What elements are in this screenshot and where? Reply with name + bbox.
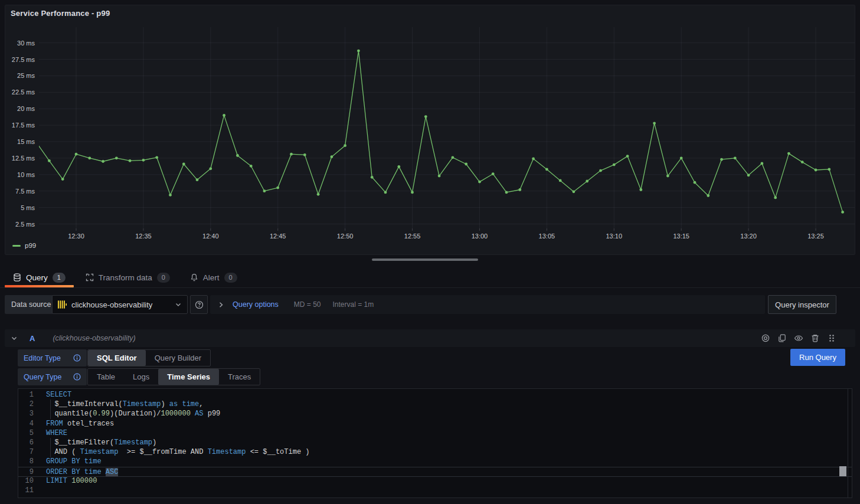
code-line-1: 1SELECT [18, 390, 852, 400]
tab-transform-label: Transform data [99, 273, 152, 282]
duplicate-query-icon[interactable] [777, 333, 787, 343]
editor-type-option-query-builder[interactable]: Query Builder [146, 350, 210, 366]
panel-title: Service Performance - p99 [11, 9, 110, 18]
query-options-label: Query options [233, 300, 279, 309]
svg-text:27.5 ms: 27.5 ms [12, 56, 35, 63]
query-type-option-time-series[interactable]: Time Series [158, 369, 219, 385]
svg-text:2.5 ms: 2.5 ms [15, 221, 35, 228]
query-type-option-logs[interactable]: Logs [124, 369, 158, 385]
svg-text:20 ms: 20 ms [17, 105, 35, 112]
disable-query-icon[interactable] [761, 333, 770, 343]
editor-type-chip: Editor Type [18, 349, 87, 366]
query-row-header[interactable]: A (clickhouse-observability) [5, 329, 855, 347]
code-line-6: 6 $__timeFilter(Timestamp) [18, 438, 852, 448]
info-circle-icon[interactable] [73, 373, 81, 381]
query-row-actions [761, 333, 836, 343]
code-line-7: 7 AND ( Timestamp >= $__fromTime AND Tim… [18, 447, 852, 457]
svg-text:12:30: 12:30 [68, 233, 84, 240]
query-type-chip: Query Type [18, 368, 87, 385]
overview-ruler-cursor [839, 466, 846, 476]
query-type-option-table[interactable]: Table [88, 369, 124, 385]
grafana-explore-screen: Service Performance - p99 2.5 ms5 ms7.5 … [0, 0, 860, 504]
editor-type-group: SQL EditorQuery Builder [87, 349, 211, 366]
tabbar: Query 1 Transform data 0 Alert 0 [5, 267, 246, 287]
svg-text:13:05: 13:05 [539, 233, 555, 240]
tab-alert-count: 0 [224, 273, 237, 283]
tabbar-divider [0, 287, 860, 288]
svg-text:30 ms: 30 ms [17, 40, 35, 47]
code-line-9: 9ORDER BY time ASC [18, 467, 852, 477]
svg-text:13:25: 13:25 [807, 233, 824, 240]
datasource-name: clickhouse-observability [71, 300, 170, 309]
tab-transform-count: 0 [157, 273, 170, 283]
code-line-2: 2 $__timeInterval(Timestamp) as time, [18, 400, 852, 410]
svg-text:13:00: 13:00 [472, 233, 488, 240]
tab-transform-data[interactable]: Transform data 0 [77, 267, 178, 287]
svg-text:12:45: 12:45 [270, 233, 286, 240]
svg-text:7.5 ms: 7.5 ms [15, 188, 35, 195]
editor-scrollbar[interactable] [848, 389, 848, 498]
svg-text:5 ms: 5 ms [21, 204, 35, 211]
code-line-8: 8GROUP BY time [18, 457, 852, 467]
svg-text:22.5 ms: 22.5 ms [12, 89, 35, 96]
hide-response-icon[interactable] [794, 333, 803, 343]
query-ref-id[interactable]: A [30, 334, 35, 343]
database-icon [13, 273, 21, 282]
legend-label: p99 [25, 242, 36, 249]
query-options-md: MD = 50 [294, 300, 321, 309]
svg-text:15 ms: 15 ms [17, 138, 35, 145]
delete-query-icon[interactable] [810, 333, 820, 343]
code-line-10: 10LIMIT 100000 [18, 476, 852, 486]
legend-swatch [12, 245, 21, 247]
run-query-button[interactable]: Run Query [790, 349, 845, 366]
legend[interactable]: p99 [12, 242, 36, 249]
svg-text:17.5 ms: 17.5 ms [12, 122, 35, 129]
angle-right-icon [218, 302, 224, 308]
datasource-label: Data source [5, 295, 57, 314]
code-line-3: 3 quantile(0.99)(Duration)/1000000 AS p9… [18, 409, 852, 419]
query-inspector-button[interactable]: Query inspector [768, 295, 836, 314]
timeseries-panel: Service Performance - p99 2.5 ms5 ms7.5 … [5, 5, 855, 255]
svg-text:13:20: 13:20 [740, 233, 757, 240]
chevron-down-icon [175, 301, 182, 308]
bell-icon [190, 273, 198, 282]
query-options-toggle[interactable]: Query options MD = 50 Interval = 1m [210, 295, 765, 314]
transform-icon [86, 273, 94, 282]
chevron-down-icon[interactable] [11, 335, 18, 342]
tab-alert[interactable]: Alert 0 [182, 267, 246, 287]
tab-query-label: Query [26, 273, 48, 282]
pane-resize-handle[interactable] [372, 258, 478, 261]
editor-type-option-sql-editor[interactable]: SQL Editor [88, 350, 146, 366]
code-line-11: 11 [18, 486, 852, 496]
query-type-label: Query Type [24, 373, 61, 381]
tab-alert-label: Alert [203, 273, 220, 282]
tab-query-count: 1 [53, 273, 66, 283]
query-type-group: TableLogsTime SeriesTraces [87, 368, 260, 385]
svg-text:13:10: 13:10 [606, 233, 623, 240]
timeseries-chart: 2.5 ms5 ms7.5 ms10 ms12.5 ms15 ms17.5 ms… [5, 23, 856, 247]
question-circle-icon [195, 300, 204, 309]
svg-text:12:35: 12:35 [135, 233, 152, 240]
query-datasource-note: (clickhouse-observability) [53, 334, 135, 342]
svg-text:25 ms: 25 ms [17, 72, 35, 79]
tab-query[interactable]: Query 1 [5, 267, 74, 287]
info-circle-icon[interactable] [73, 354, 81, 362]
code-line-4: 4FROM otel_traces [18, 419, 852, 429]
svg-text:12:55: 12:55 [404, 233, 421, 240]
svg-text:13:15: 13:15 [673, 233, 689, 240]
query-type-option-traces[interactable]: Traces [219, 369, 260, 385]
code-line-5: 5WHERE [18, 428, 852, 438]
clickhouse-logo-icon [58, 300, 67, 309]
svg-text:12.5 ms: 12.5 ms [12, 155, 35, 162]
svg-text:10 ms: 10 ms [17, 171, 35, 178]
datasource-help-button[interactable] [190, 295, 208, 314]
datasource-picker[interactable]: clickhouse-observability [52, 295, 188, 314]
svg-text:12:40: 12:40 [202, 233, 219, 240]
query-options-interval: Interval = 1m [333, 300, 374, 309]
svg-text:12:50: 12:50 [337, 233, 354, 240]
editor-type-label: Editor Type [24, 354, 61, 362]
drag-handle-icon[interactable] [827, 333, 836, 343]
sql-code-editor[interactable]: 1SELECT2 $__timeInterval(Timestamp) as t… [18, 388, 852, 498]
